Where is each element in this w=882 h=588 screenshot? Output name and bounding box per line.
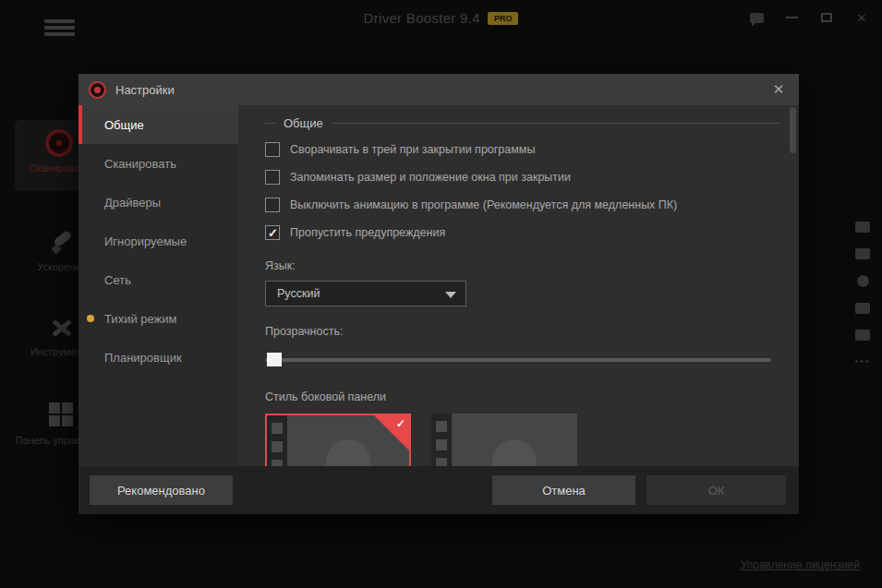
language-select[interactable]: Русский <box>265 281 466 306</box>
checkbox-skip-warnings[interactable]: Пропустить предупреждения <box>265 224 780 241</box>
panel-icon-2[interactable] <box>857 275 869 287</box>
dialog-header: Настройки ✕ <box>79 74 799 105</box>
checkbox-minimize-to-tray[interactable]: Сворачивать в трей при закрытии программ… <box>265 141 780 158</box>
tab-general[interactable]: Общие <box>79 105 238 144</box>
ok-button[interactable]: ОК <box>646 475 786 505</box>
settings-dialog: Настройки ✕ Общие Сканировать Драйверы И… <box>79 74 799 514</box>
recommended-button[interactable]: Рекомендовано <box>90 475 233 505</box>
dialog-footer: Рекомендовано Отмена ОК <box>79 466 799 514</box>
transparency-label: Прозрачность: <box>265 325 780 338</box>
maximize-button[interactable] <box>816 7 838 28</box>
settings-content: Общие Сворачивать в трей при закрытии пр… <box>238 105 799 466</box>
transparency-slider[interactable] <box>265 353 771 366</box>
chevron-down-icon <box>445 292 456 298</box>
content-scrollbar[interactable] <box>790 107 796 464</box>
main-window-title: Driver Booster 9.4 <box>364 10 480 26</box>
style-preview-sidebar <box>431 414 452 466</box>
tools-icon <box>50 316 74 340</box>
tab-drivers[interactable]: Драйверы <box>79 183 238 222</box>
sidebar-style-label: Стиль боковой панели <box>265 390 780 403</box>
tab-scheduler[interactable]: Планировщик <box>79 338 238 377</box>
check-icon: ✓ <box>396 417 405 430</box>
window-controls: ✕ <box>745 7 882 28</box>
slider-thumb[interactable] <box>267 353 282 366</box>
section-header-general: Общие <box>265 116 780 130</box>
slider-track[interactable] <box>265 358 771 362</box>
tab-silent-mode[interactable]: Тихий режим <box>79 299 238 338</box>
checkbox-box[interactable] <box>265 170 280 185</box>
rocket-icon <box>50 231 74 255</box>
checkbox-disable-animation[interactable]: Выключить анимацию в программе (Рекоменд… <box>265 197 780 213</box>
more-ellipsis-icon[interactable]: ••• <box>855 356 871 366</box>
checkbox-box-checked[interactable] <box>265 225 280 240</box>
language-label: Язык: <box>265 259 780 272</box>
sidebar-style-options: ✓ <box>265 414 780 466</box>
dialog-close-icon[interactable]: ✕ <box>767 79 790 100</box>
license-management-link[interactable]: Управление лицензией <box>741 558 860 571</box>
cancel-button[interactable]: Отмена <box>492 475 635 505</box>
style-preview-sidebar <box>267 415 287 466</box>
checkbox-remember-window[interactable]: Запоминать размер и положение окна при з… <box>265 169 780 186</box>
right-toolbar: ••• <box>849 222 876 366</box>
settings-tab-list: Общие Сканировать Драйверы Игнорируемые … <box>79 105 238 466</box>
tab-ignored[interactable]: Игнорируемые <box>79 222 238 260</box>
sidebar-style-option-1[interactable]: ✓ <box>265 414 411 466</box>
scan-icon <box>45 129 73 157</box>
panel-icon-4[interactable] <box>855 330 870 341</box>
dialog-body: Общие Сканировать Драйверы Игнорируемые … <box>79 105 799 466</box>
silent-mode-dot <box>87 315 94 322</box>
dialog-title: Настройки <box>115 83 175 97</box>
grid-icon <box>49 402 75 428</box>
section-title: Общие <box>284 116 323 130</box>
tab-network[interactable]: Сеть <box>79 260 238 299</box>
hamburger-menu-icon[interactable] <box>44 19 75 37</box>
settings-gear-icon <box>89 81 106 99</box>
close-window-button[interactable]: ✕ <box>851 7 873 28</box>
feedback-icon[interactable] <box>745 7 767 28</box>
language-selected-value: Русский <box>277 287 320 300</box>
minimize-button[interactable] <box>780 7 803 28</box>
checkbox-box[interactable] <box>265 198 280 212</box>
feedback-bubble-icon[interactable] <box>855 222 870 233</box>
tab-scan[interactable]: Сканировать <box>79 144 238 183</box>
main-titlebar: Driver Booster 9.4 PRO ✕ <box>0 0 882 41</box>
style-preview-main <box>452 414 577 466</box>
sidebar-style-option-2[interactable] <box>431 414 577 466</box>
scrollbar-thumb[interactable] <box>790 107 796 153</box>
pro-badge: PRO <box>488 12 519 25</box>
panel-icon-3[interactable] <box>855 303 870 314</box>
panel-icon-1[interactable] <box>855 248 870 259</box>
checkbox-box[interactable] <box>265 142 280 157</box>
